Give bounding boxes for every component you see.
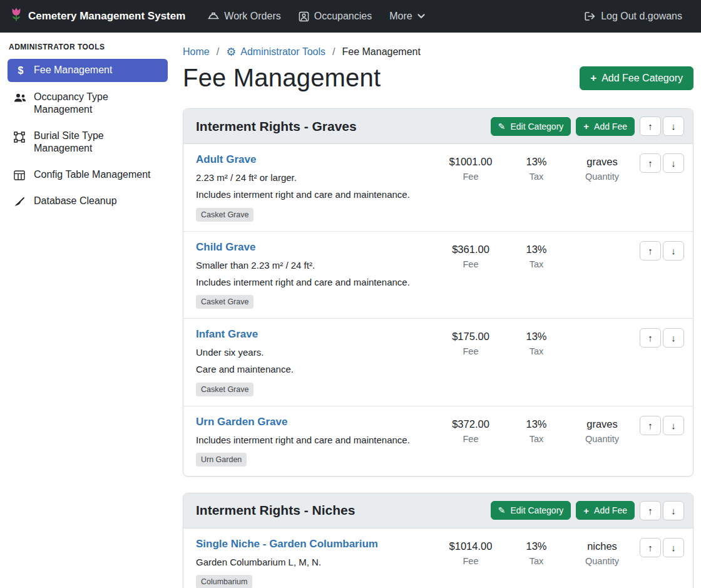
page-title: Fee Management — [183, 64, 381, 92]
main-content: Home / ⚙ Administrator Tools / Fee Manag… — [175, 33, 701, 588]
move-fee-up-button[interactable]: ↑ — [640, 153, 661, 173]
category-reorder-buttons: ↑ ↓ — [640, 501, 684, 520]
fee-reorder-buttons: ↑ ↓ — [640, 241, 684, 260]
nav-item-more[interactable]: More — [381, 11, 433, 22]
fee-name-link[interactable]: Urn Garden Grave — [196, 416, 428, 428]
down-arrow-icon: ↓ — [671, 158, 676, 168]
fee-row-infant-grave: Infant Grave Under six years. Care and m… — [183, 319, 693, 406]
fee-reorder-buttons: ↑ ↓ — [640, 328, 684, 348]
edit-category-button[interactable]: ✎ Edit Category — [491, 117, 571, 136]
nav-item-occupancies[interactable]: Occupancies — [290, 11, 381, 22]
app-brand[interactable]: Cemetery Management System — [10, 7, 185, 26]
logout-link[interactable]: Log Out d.gowans — [575, 11, 691, 22]
edit-category-button[interactable]: ✎ Edit Category — [491, 501, 571, 520]
chevron-down-icon — [417, 14, 425, 19]
tax-column: 13% Tax — [508, 538, 565, 569]
breadcrumb-home-link[interactable]: Home — [183, 46, 210, 58]
category-reorder-buttons: ↑ ↓ — [640, 116, 684, 136]
fee-amount-column: $175.00 Fee — [433, 328, 508, 359]
move-fee-up-button[interactable]: ↑ — [640, 538, 661, 557]
fee-amount: $175.00 — [433, 328, 508, 344]
category-card-graves: Interment Rights - Graves ✎ Edit Categor… — [183, 108, 693, 477]
fee-info: Infant Grave Under six years. Care and m… — [196, 328, 433, 396]
fee-info: Single Niche - Garden Columbarium Garden… — [196, 538, 433, 588]
occupant-card-icon — [299, 11, 309, 22]
fee-row-adult-grave: Adult Grave 2.23 m² / 24 ft² or larger. … — [183, 144, 693, 232]
fee-name-link[interactable]: Infant Grave — [196, 328, 428, 341]
up-arrow-icon: ↑ — [648, 245, 653, 256]
tax-value: 13% — [508, 416, 565, 432]
down-arrow-icon: ↓ — [671, 542, 676, 553]
move-fee-down-button[interactable]: ↓ — [663, 328, 684, 348]
move-category-down-button[interactable]: ↓ — [663, 116, 684, 136]
sidebar-heading: Administrator Tools — [0, 43, 175, 58]
sidebar-item-label: Occupancy Type Management — [34, 91, 161, 116]
fee-description: Smaller than 2.23 m² / 24 ft². — [196, 258, 428, 272]
sidebar-item-burial-site-type-management[interactable]: Burial Site Type Management — [8, 125, 168, 160]
fee-name-link[interactable]: Adult Grave — [196, 153, 428, 166]
top-navbar: Cemetery Management System Work Orders O… — [0, 0, 701, 33]
fee-amount: $1001.00 — [433, 153, 508, 170]
nav-item-label: Work Orders — [224, 11, 280, 22]
add-fee-category-button[interactable]: + Add Fee Category — [580, 66, 693, 90]
fee-row-child-grave: Child Grave Smaller than 2.23 m² / 24 ft… — [183, 232, 693, 319]
up-arrow-icon: ↑ — [648, 121, 653, 132]
sidebar-item-fee-management[interactable]: $ Fee Management — [8, 59, 168, 82]
move-fee-down-button[interactable]: ↓ — [663, 241, 684, 260]
tax-value: 13% — [508, 538, 565, 554]
fee-reorder-buttons: ↑ ↓ — [640, 416, 684, 435]
move-category-up-button[interactable]: ↑ — [640, 116, 661, 136]
logout-label: Log Out d.gowans — [601, 11, 682, 22]
vector-square-icon — [14, 130, 28, 143]
breadcrumb-separator: / — [332, 46, 335, 58]
broom-icon — [14, 195, 28, 208]
breadcrumb-current: Fee Management — [342, 46, 421, 58]
dollar-icon: $ — [14, 64, 28, 77]
move-fee-up-button[interactable]: ↑ — [640, 328, 661, 348]
nav-item-label: More — [389, 11, 412, 22]
category-title: Interment Rights - Graves — [196, 119, 486, 134]
sidebar-item-label: Burial Site Type Management — [34, 130, 161, 155]
breadcrumb-separator: / — [217, 46, 219, 58]
fee-amount: $372.00 — [433, 416, 508, 432]
sidebar-item-database-cleanup[interactable]: Database Cleanup — [8, 190, 168, 213]
tax-value: 13% — [508, 241, 565, 257]
move-fee-down-button[interactable]: ↓ — [663, 538, 684, 557]
tax-column: 13% Tax — [508, 328, 565, 359]
fee-description: Care and maintenance. — [196, 362, 428, 376]
move-category-down-button[interactable]: ↓ — [663, 501, 684, 520]
breadcrumb-admin-tools-link[interactable]: ⚙ Administrator Tools — [226, 46, 325, 58]
tax-label: Tax — [508, 554, 565, 569]
tax-column: 13% Tax — [508, 153, 565, 185]
tax-column: 13% Tax — [508, 241, 565, 272]
app-brand-label: Cemetery Management System — [28, 10, 185, 23]
fee-name-link[interactable]: Child Grave — [196, 241, 428, 254]
add-fee-button[interactable]: + Add Fee — [576, 117, 635, 136]
fee-description: 2.23 m² / 24 ft² or larger. — [196, 170, 428, 185]
fee-amount-label: Fee — [433, 257, 508, 272]
sidebar-item-config-table-management[interactable]: Config Table Management — [8, 163, 168, 186]
sidebar-item-label: Database Cleanup — [34, 195, 117, 207]
move-fee-up-button[interactable]: ↑ — [640, 416, 661, 435]
move-fee-down-button[interactable]: ↓ — [663, 153, 684, 173]
fee-name-link[interactable]: Single Niche - Garden Columbarium — [196, 538, 428, 550]
fee-type-badge: Casket Grave — [196, 383, 253, 396]
move-fee-down-button[interactable]: ↓ — [663, 416, 684, 435]
people-icon — [14, 91, 28, 103]
add-fee-button[interactable]: + Add Fee — [576, 501, 635, 520]
nav-item-work-orders[interactable]: Work Orders — [199, 11, 289, 22]
tax-label: Tax — [508, 432, 565, 446]
edit-category-label: Edit Category — [510, 505, 563, 515]
down-arrow-icon: ↓ — [671, 333, 676, 343]
fee-amount-column: $372.00 Fee — [433, 416, 508, 447]
logout-icon — [584, 11, 596, 21]
up-arrow-icon: ↑ — [648, 333, 653, 343]
quantity-column: graves Quantity — [565, 416, 640, 447]
sidebar-item-occupancy-type-management[interactable]: Occupancy Type Management — [8, 86, 168, 121]
hard-hat-icon — [208, 12, 219, 21]
plus-icon: + — [583, 121, 589, 131]
quantity-label: Quantity — [565, 170, 640, 184]
move-fee-up-button[interactable]: ↑ — [640, 241, 661, 260]
move-category-up-button[interactable]: ↑ — [640, 501, 661, 520]
up-arrow-icon: ↑ — [648, 542, 653, 553]
